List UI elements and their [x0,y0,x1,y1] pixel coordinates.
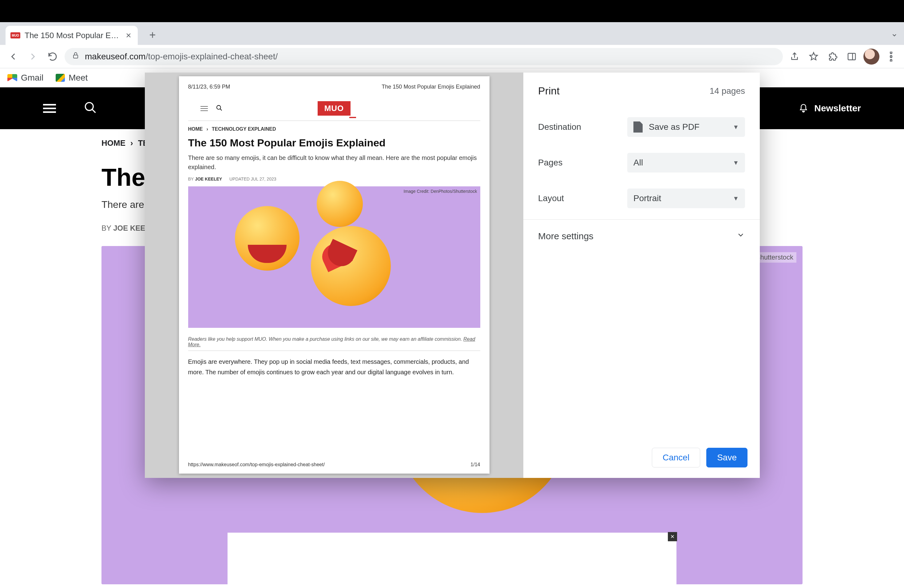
bookmark-label: Meet [69,73,88,83]
crumb-sep: › [130,138,133,148]
preview-doc-title: The 150 Most Popular Emojis Explained [382,84,480,90]
preview-body: Emojis are everywhere. They pop up in so… [188,351,480,377]
save-button[interactable]: Save [706,448,748,468]
gmail-icon [7,74,17,82]
preview-page: 8/11/23, 6:59 PM The 150 Most Popular Em… [179,76,490,474]
layout-value: Portrait [634,193,661,203]
svg-point-3 [890,52,892,54]
preview-title: The 150 Most Popular Emojis Explained [188,137,480,149]
svg-line-9 [220,109,222,111]
side-panel-icon[interactable] [844,49,859,64]
extensions-icon[interactable] [825,49,840,64]
chevron-down-icon: ▼ [733,123,739,131]
bookmark-gmail[interactable]: Gmail [7,73,43,83]
preview-crumb-sep: › [207,126,208,132]
reload-button[interactable] [45,49,60,64]
bell-icon [799,103,808,114]
svg-rect-0 [73,55,78,58]
back-button[interactable] [6,49,21,64]
svg-point-6 [85,103,93,111]
preview-hero-credit: Image Credit: DenPhotos/Shutterstock [404,189,477,194]
preview-hamburger-icon [201,104,208,112]
more-settings-toggle[interactable]: More settings [523,220,760,253]
close-tab-icon[interactable]: × [124,31,133,40]
newsletter-label: Newsletter [814,103,861,114]
preview-footer-pagenum: 1/14 [471,462,480,468]
chrome-tab-strip: MUO The 150 Most Popular Emojis E × + ⌄ [0,22,904,45]
pages-value: All [634,158,643,168]
svg-point-8 [217,105,220,109]
bookmark-star-icon[interactable] [806,49,821,64]
meet-icon [56,74,65,82]
forward-button[interactable] [25,49,41,64]
print-preview-pane[interactable]: 8/11/23, 6:59 PM The 150 Most Popular Em… [145,73,523,478]
ad-placeholder: × [228,533,676,588]
svg-point-4 [890,55,892,57]
share-icon[interactable] [787,49,802,64]
print-dialog: 8/11/23, 6:59 PM The 150 Most Popular Em… [145,73,760,478]
preview-logo: MUO [318,101,351,115]
layout-label: Layout [538,193,627,203]
svg-point-5 [890,59,892,61]
pdf-icon [634,122,643,133]
chrome-menu-icon[interactable] [884,49,898,64]
destination-value: Save as PDF [649,122,700,132]
lock-icon [72,51,79,62]
svg-line-7 [92,109,96,113]
newsletter-button[interactable]: Newsletter [799,103,861,114]
preview-subtitle: There are so many emojis, it can be diff… [188,153,480,172]
new-tab-button[interactable]: + [144,27,161,44]
svg-rect-1 [848,53,855,60]
search-icon[interactable] [84,101,97,115]
crumb-home[interactable]: HOME [101,138,125,148]
preview-affiliate-note: Readers like you help support MUO. When … [188,328,480,351]
preview-crumb-home: HOME [188,126,203,132]
print-settings-pane: Print 14 pages Destination Save as PDF ▼… [523,73,760,478]
tab-title: The 150 Most Popular Emojis E [25,31,120,40]
emoji-shocked [317,181,363,227]
macos-menubar-area [0,0,904,22]
tab-overflow-icon[interactable]: ⌄ [891,28,898,38]
chevron-down-icon [736,231,745,242]
browser-tab[interactable]: MUO The 150 Most Popular Emojis E × [6,26,138,45]
print-heading: Print [538,85,559,97]
close-ad-icon[interactable]: × [668,532,677,541]
more-settings-label: More settings [538,231,593,242]
layout-select[interactable]: Portrait ▼ [627,188,745,208]
preview-meta: BYJOE KEELEY UPDATED JUL 27, 2023 [188,177,480,182]
url-host: makeuseof.com/top-emojis-explained-cheat… [85,52,278,62]
destination-label: Destination [538,122,627,132]
profile-avatar[interactable] [863,49,879,65]
preview-footer-url: https://www.makeuseof.com/top-emojis-exp… [188,462,325,468]
preview-timestamp: 8/11/23, 6:59 PM [188,84,230,90]
bookmark-label: Gmail [21,73,43,83]
preview-search-icon [216,104,223,112]
emoji-laughing [235,206,299,270]
page-count: 14 pages [710,86,745,96]
browser-toolbar: makeuseof.com/top-emojis-explained-cheat… [0,45,904,68]
cancel-button[interactable]: Cancel [652,448,700,468]
hamburger-icon[interactable] [43,102,56,115]
destination-select[interactable]: Save as PDF ▼ [627,117,745,137]
pages-select[interactable]: All ▼ [627,153,745,172]
pages-label: Pages [538,158,627,168]
emoji-heart-eyes [311,226,391,306]
address-bar[interactable]: makeuseof.com/top-emojis-explained-cheat… [65,48,783,65]
chevron-down-icon: ▼ [733,159,739,166]
bookmark-meet[interactable]: Meet [56,73,88,83]
preview-crumb-cat: TECHNOLOGY EXPLAINED [212,126,276,132]
chevron-down-icon: ▼ [733,195,739,202]
tab-favicon: MUO [11,32,20,38]
preview-hero: Image Credit: DenPhotos/Shutterstock [188,187,480,328]
